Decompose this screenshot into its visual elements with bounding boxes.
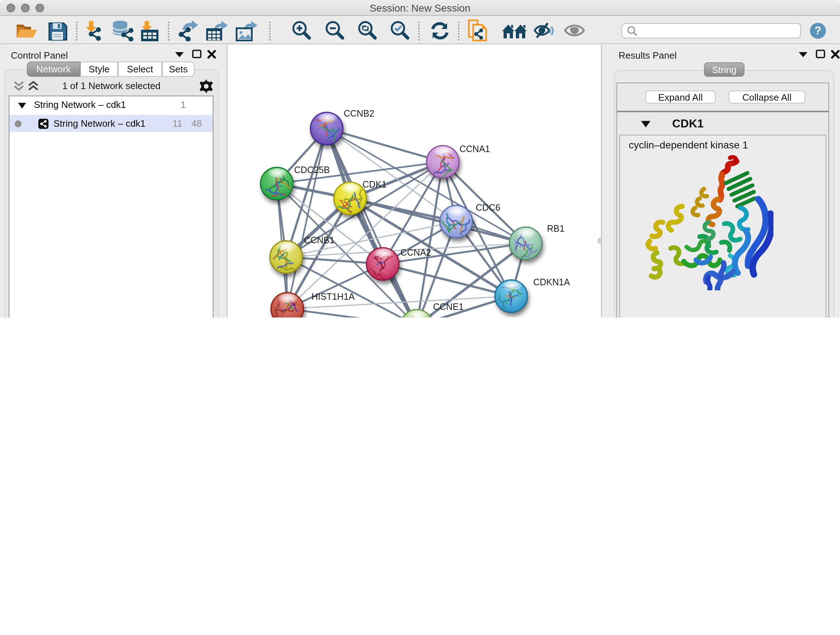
svg-text:CCNB1: CCNB1: [304, 235, 335, 245]
svg-text:CCNE1: CCNE1: [433, 302, 464, 312]
svg-text:CDC25B: CDC25B: [294, 165, 330, 175]
svg-text:RB1: RB1: [547, 223, 565, 233]
svg-text:?: ?: [815, 24, 821, 37]
svg-text:CCNB2: CCNB2: [344, 108, 374, 119]
svg-text:CCNA2: CCNA2: [401, 247, 431, 257]
svg-text:CDK1: CDK1: [363, 179, 387, 189]
svg-text:HIST1H1A: HIST1H1A: [311, 291, 355, 302]
svg-text:CDKN1A: CDKN1A: [533, 277, 570, 287]
svg-text:CDC6: CDC6: [476, 203, 500, 212]
svg-text:CCNA1: CCNA1: [459, 144, 490, 154]
